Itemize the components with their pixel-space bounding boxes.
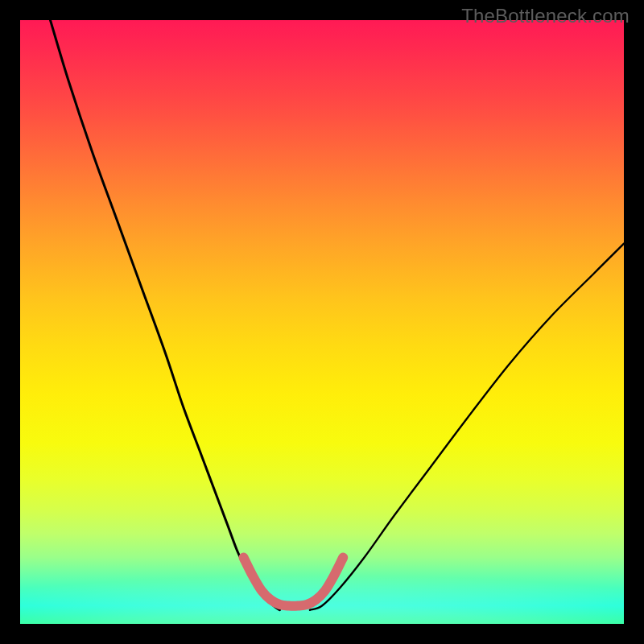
min-bracket-marker — [244, 558, 344, 606]
curve-right-branch — [310, 244, 624, 610]
watermark-text: TheBottleneck.com — [461, 5, 630, 27]
chart-frame: TheBottleneck.com — [0, 0, 644, 644]
curve-layer — [20, 20, 624, 624]
curve-left-branch — [51, 20, 280, 610]
plot-area — [20, 20, 624, 624]
